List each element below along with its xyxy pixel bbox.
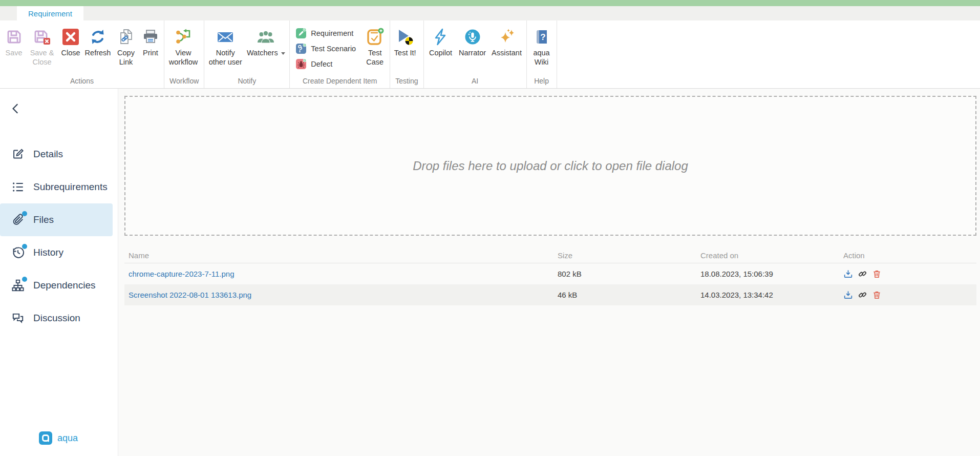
copy-link-icon[interactable] <box>858 290 867 300</box>
content-area: Details Subrequirements <box>0 89 980 456</box>
save-close-icon <box>33 28 51 46</box>
refresh-icon <box>89 28 107 46</box>
assistant-icon <box>498 28 516 46</box>
column-header-created-on[interactable]: Created on <box>700 251 843 260</box>
edit-icon <box>11 148 25 161</box>
svg-text:?: ? <box>540 32 545 42</box>
ribbon-group-ai: Copilot Narrator <box>424 20 527 88</box>
requirement-icon <box>296 28 306 38</box>
top-accent-strip <box>0 0 980 6</box>
save-and-close-button[interactable]: Save & Close <box>26 20 58 67</box>
notification-dot <box>22 211 27 216</box>
sidebar-item-subrequirements[interactable]: Subrequirements <box>0 171 113 203</box>
watchers-button[interactable]: Watchers <box>244 20 287 58</box>
aqua-brand[interactable]: aqua <box>39 431 78 445</box>
list-icon <box>11 180 25 194</box>
file-size: 46 kB <box>558 291 700 299</box>
copy-link-ribbon-icon <box>117 28 135 46</box>
watchers-icon <box>257 28 275 46</box>
close-button[interactable]: Close <box>58 20 83 58</box>
row-actions <box>843 269 976 279</box>
create-requirement-button[interactable]: Requirement <box>296 26 359 41</box>
aqua-logo-icon <box>39 431 52 445</box>
wiki-book-icon: ? <box>532 28 551 46</box>
copilot-button[interactable]: Copilot <box>426 20 456 58</box>
ribbon-tab-bar: Requirement <box>0 6 980 20</box>
sidebar-nav: Details Subrequirements <box>0 138 118 335</box>
test-it-icon <box>396 28 414 46</box>
files-table-header: Name Size Created on Action <box>124 248 976 263</box>
group-label-workflow: Workflow <box>166 77 202 88</box>
test-case-icon <box>366 28 384 46</box>
delete-icon[interactable] <box>872 290 882 300</box>
history-icon <box>11 246 25 259</box>
create-test-scenario-button[interactable]: Test Scenario <box>296 41 359 56</box>
delete-icon[interactable] <box>872 269 882 279</box>
aqua-wiki-button[interactable]: ? aqua Wiki <box>529 20 555 67</box>
print-icon <box>141 28 160 46</box>
file-created-on: 18.08.2023, 15:06:39 <box>700 270 843 278</box>
ribbon: Save Save & Close <box>0 20 980 89</box>
sidebar-item-discussion[interactable]: Discussion <box>0 302 113 335</box>
ribbon-group-notify: Notify other user Wa <box>204 20 290 88</box>
paperclip-icon <box>11 213 25 226</box>
group-label-ai: AI <box>426 77 524 88</box>
download-icon[interactable] <box>843 290 853 300</box>
workflow-icon <box>174 28 193 46</box>
download-icon[interactable] <box>843 269 853 279</box>
defect-icon <box>296 59 306 69</box>
refresh-button[interactable]: Refresh <box>83 20 113 58</box>
ribbon-group-testing: Test It! Testing <box>390 20 423 88</box>
file-size: 802 kB <box>558 270 700 278</box>
copilot-icon <box>432 28 450 46</box>
tab-requirement[interactable]: Requirement <box>17 6 83 20</box>
print-button[interactable]: Print <box>139 20 162 58</box>
assistant-button[interactable]: Assistant <box>489 20 524 58</box>
files-table: Name Size Created on Action chrome-captu… <box>124 248 976 305</box>
test-it-button[interactable]: Test It! <box>392 20 418 58</box>
test-case-button[interactable]: Test Case <box>362 20 388 67</box>
sidebar-item-details[interactable]: Details <box>0 138 113 171</box>
row-actions <box>843 290 976 300</box>
narrator-button[interactable]: Narrator <box>456 20 489 58</box>
file-dropzone[interactable]: Drop files here to upload or click to op… <box>124 96 976 236</box>
collapse-sidebar-button[interactable] <box>9 102 23 115</box>
sidebar-item-dependencies[interactable]: Dependencies <box>0 269 113 302</box>
sidebar-item-history[interactable]: History <box>0 236 113 269</box>
view-workflow-button[interactable]: View workflow <box>166 20 200 67</box>
column-header-size[interactable]: Size <box>558 251 700 260</box>
test-scenario-icon <box>296 44 306 54</box>
create-defect-button[interactable]: Defect <box>296 56 359 72</box>
group-label-testing: Testing <box>392 77 421 88</box>
column-header-name[interactable]: Name <box>129 251 558 260</box>
narrator-icon <box>463 28 482 46</box>
chevron-down-icon <box>281 52 285 55</box>
save-button[interactable]: Save <box>2 20 26 58</box>
group-label-notify: Notify <box>206 77 287 88</box>
ribbon-group-actions: Save Save & Close <box>0 20 164 88</box>
envelope-icon <box>216 28 235 46</box>
sidebar-item-files[interactable]: Files <box>0 203 113 236</box>
copy-link-button[interactable]: Copy Link <box>113 20 139 67</box>
file-name-link[interactable]: chrome-capture-2023-7-11.png <box>129 270 558 278</box>
notify-other-user-button[interactable]: Notify other user <box>206 20 244 67</box>
file-name-link[interactable]: Screenshot 2022-08-01 133613.png <box>129 291 558 299</box>
copy-link-icon[interactable] <box>858 269 867 279</box>
notification-dot <box>22 244 27 249</box>
sidebar: Details Subrequirements <box>0 89 118 456</box>
ribbon-group-create-dependent-item: Requirement Test Scenario <box>290 20 390 88</box>
table-row: chrome-capture-2023-7-11.png 802 kB 18.0… <box>124 263 976 284</box>
discussion-icon <box>11 312 25 325</box>
file-created-on: 14.03.2023, 13:34:42 <box>700 291 843 299</box>
group-label-create-dependent-item: Create Dependent Item <box>292 77 388 88</box>
close-icon <box>61 28 80 46</box>
dropzone-text: Drop files here to upload or click to op… <box>413 159 688 173</box>
notification-dot <box>22 277 27 282</box>
brand-name: aqua <box>57 433 78 444</box>
ribbon-group-workflow: View workflow Workflow <box>164 20 204 88</box>
group-label-actions: Actions <box>2 77 162 88</box>
save-icon <box>5 28 23 46</box>
ribbon-group-help: ? aqua Wiki Help <box>527 20 557 88</box>
main-panel: Drop files here to upload or click to op… <box>118 89 980 456</box>
group-label-help: Help <box>529 77 555 88</box>
